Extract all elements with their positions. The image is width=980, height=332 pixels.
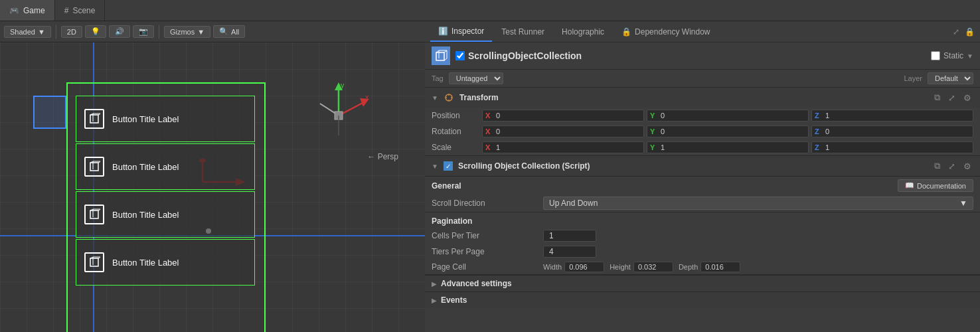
scale-y-field[interactable]: Y 1 [647,141,809,153]
script-section-actions: ⧉ ⤢ ⚙ [932,160,973,172]
inspector-panel: ℹ️ Inspector Test Runner Holographic 🔒 D… [425,21,980,332]
tab-scene[interactable]: # Scene [55,0,106,21]
rotation-y-field[interactable]: Y 0 [647,125,809,137]
axis-gizmo[interactable]: y x [305,82,372,149]
transform-expand-icon[interactable]: ⤢ [946,92,957,104]
rotation-label: Rotation [432,127,478,136]
toolbar-separator-2 [159,25,159,39]
width-label: Width [543,263,562,271]
position-x-value: 0 [496,112,641,120]
static-dropdown-arrow[interactable]: ▼ [967,52,973,60]
position-y-field[interactable]: Y 0 [647,110,809,122]
gizmos-arrow-icon: ▼ [197,28,204,36]
object-active-checkbox[interactable] [455,51,465,60]
script-section-header[interactable]: ▼ ✓ Scrolling Object Collection (Script)… [425,156,980,177]
scale-z-axis-label: Z [815,143,823,151]
svg-rect-19 [90,258,98,266]
toolbar-separator [56,25,56,39]
page-cell-row: Page Cell Width Height Depth [425,260,980,274]
general-title: General [432,181,461,191]
object-name-row: ScrollingObjectCollection [455,50,926,61]
general-header-row: General 📖 Documentation [425,177,980,195]
magnify-icon: 🔍 [219,27,228,36]
position-row: Position X 0 Y 0 Z 1 [425,108,980,124]
tiers-per-page-input[interactable] [543,246,596,258]
script-expand-icon[interactable]: ⤢ [946,161,957,172]
scale-x-value: 1 [496,143,641,151]
svg-rect-4 [90,115,98,123]
advanced-settings-arrow: ▶ [432,280,437,288]
scene-icon: # [64,6,69,15]
position-xyz: X 0 Y 0 Z 1 [482,110,973,122]
depth-input[interactable] [700,262,740,272]
svg-rect-14 [90,210,98,218]
scale-z-field[interactable]: Z 1 [811,141,973,153]
tab-holographic[interactable]: Holographic [554,21,612,42]
tiers-per-page-row: Tiers Per Page [425,244,980,260]
transform-section: ▼ Transform ⧉ ⤢ ⚙ [425,88,980,156]
btn-label-4: Button Title Label [112,258,179,268]
tab-test-runner[interactable]: Test Runner [493,21,552,42]
shading-dropdown[interactable]: Shaded ▼ [4,26,51,38]
script-settings-icon[interactable]: ⚙ [961,161,973,172]
advanced-settings-row[interactable]: ▶ Advanced settings [425,275,980,291]
light-button[interactable]: 💡 [85,25,106,38]
expand-icon[interactable]: ⤢ [953,27,959,37]
layer-select[interactable]: Default [928,72,973,84]
width-input[interactable] [564,262,604,272]
scroll-direction-dropdown[interactable]: Up And Down ▼ [543,197,973,210]
events-row[interactable]: ▶ Events [425,291,980,308]
transform-section-header[interactable]: ▼ Transform ⧉ ⤢ ⚙ [425,88,980,108]
tiers-per-page-label: Tiers Per Page [432,247,538,256]
scale-z-value: 1 [825,143,970,151]
position-x-field[interactable]: X 0 [482,110,644,122]
scale-label: Scale [432,143,478,152]
inspector-body: ▼ Transform ⧉ ⤢ ⚙ [425,88,980,332]
height-label: Height [610,263,631,271]
main-content: Shaded ▼ 2D 💡 🔊 📷 Gizmos ▼ 🔍 All [0,21,980,332]
transform-icon [444,92,454,103]
scroll-direction-value: Up And Down [549,199,598,208]
cells-per-tier-input[interactable] [543,230,596,242]
tab-game[interactable]: 🎮 Game [0,0,55,21]
documentation-button[interactable]: 📖 Documentation [898,179,973,192]
transform-settings-icon[interactable]: ⚙ [961,92,973,104]
search-button[interactable]: 🔍 All [213,25,245,38]
height-input[interactable] [633,262,673,272]
dropdown-chevron-icon: ▼ [959,199,967,208]
position-z-value: 1 [825,112,970,120]
script-copy-icon[interactable]: ⧉ [932,160,942,172]
lock-toggle-icon[interactable]: 🔒 [965,27,975,37]
depth-field: Depth [679,262,740,272]
scene-viewport[interactable]: Button Title Label Button [0,42,425,332]
transform-section-actions: ⧉ ⤢ ⚙ [932,92,973,104]
svg-rect-33 [436,52,444,60]
transform-section-title: Transform [459,93,927,102]
page-cell-fields: Width Height Depth [543,262,973,272]
rotation-y-value: 0 [661,127,805,135]
script-section-title: Scrolling Object Collection (Script) [458,161,927,171]
btn-label-2: Button Title Label [112,162,179,172]
camera-button[interactable]: 📷 [133,25,154,38]
rotation-z-field[interactable]: Z 0 [811,125,973,137]
static-area: Static ▼ [931,51,973,60]
tab-inspector[interactable]: ℹ️ Inspector [430,21,492,42]
tab-dependency-window[interactable]: 🔒 Dependency Window [613,21,718,42]
game-icon: 🎮 [9,6,19,15]
position-z-field[interactable]: Z 1 [811,110,973,122]
cells-per-tier-row: Cells Per Tier [425,228,980,244]
scroll-direction-label: Scroll Direction [432,199,538,208]
gizmos-dropdown[interactable]: Gizmos ▼ [164,26,210,38]
rotation-x-field[interactable]: X 0 [482,125,644,137]
rotation-xyz: X 0 Y 0 Z 0 [482,125,973,137]
static-checkbox[interactable] [931,51,940,60]
tag-select[interactable]: Untagged [449,72,503,84]
view-2d-button[interactable]: 2D [61,26,82,38]
layer-label: Layer [904,74,922,82]
scale-x-field[interactable]: X 1 [482,141,644,153]
x-axis-label: X [485,112,493,120]
scroll-btn-item-1: Button Title Label [76,96,255,142]
inspector-header: ℹ️ Inspector Test Runner Holographic 🔒 D… [425,21,980,42]
audio-button[interactable]: 🔊 [109,25,130,38]
transform-copy-icon[interactable]: ⧉ [932,92,942,104]
